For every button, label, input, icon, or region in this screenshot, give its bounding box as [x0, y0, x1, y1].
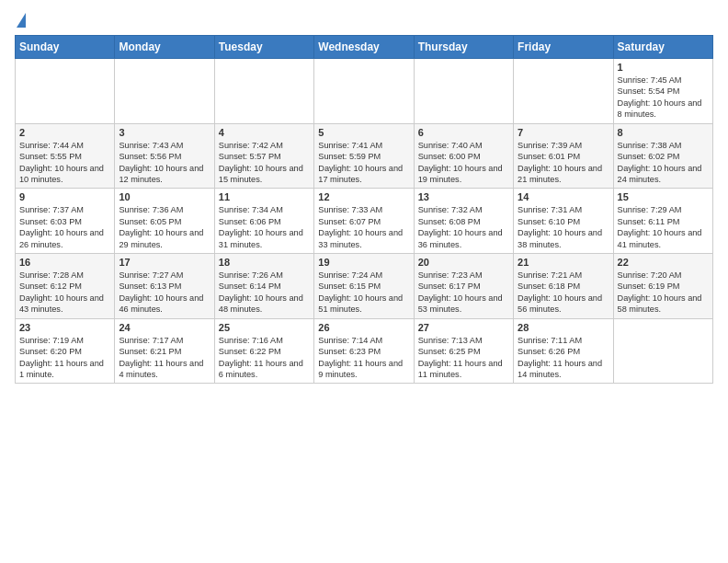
calendar-cell: 3Sunrise: 7:43 AM Sunset: 5:56 PM Daylig…	[115, 123, 214, 189]
day-info: Sunrise: 7:36 AM Sunset: 6:05 PM Dayligh…	[119, 204, 210, 250]
col-header-wednesday: Wednesday	[314, 36, 414, 59]
day-number: 4	[219, 127, 310, 138]
day-number: 25	[219, 322, 310, 333]
calendar-cell: 10Sunrise: 7:36 AM Sunset: 6:05 PM Dayli…	[115, 189, 214, 254]
day-number: 18	[219, 257, 310, 268]
col-header-saturday: Saturday	[613, 36, 712, 59]
calendar-cell	[613, 318, 712, 384]
day-number: 23	[19, 322, 110, 333]
calendar-cell	[115, 59, 214, 124]
week-row-3: 9Sunrise: 7:37 AM Sunset: 6:03 PM Daylig…	[16, 189, 713, 254]
day-info: Sunrise: 7:20 AM Sunset: 6:19 PM Dayligh…	[618, 270, 709, 316]
day-number: 11	[219, 191, 310, 202]
calendar-cell	[514, 59, 613, 124]
week-row-2: 2Sunrise: 7:44 AM Sunset: 5:55 PM Daylig…	[16, 123, 713, 189]
calendar-cell: 28Sunrise: 7:11 AM Sunset: 6:26 PM Dayli…	[514, 318, 613, 384]
day-number: 26	[318, 322, 409, 333]
week-row-4: 16Sunrise: 7:28 AM Sunset: 6:12 PM Dayli…	[16, 254, 713, 319]
calendar-cell: 20Sunrise: 7:23 AM Sunset: 6:17 PM Dayli…	[414, 254, 513, 319]
day-number: 14	[518, 191, 609, 202]
day-info: Sunrise: 7:29 AM Sunset: 6:11 PM Dayligh…	[618, 204, 709, 250]
calendar-cell: 19Sunrise: 7:24 AM Sunset: 6:15 PM Dayli…	[314, 254, 414, 319]
day-number: 7	[518, 127, 609, 138]
col-header-monday: Monday	[115, 36, 214, 59]
day-info: Sunrise: 7:45 AM Sunset: 5:54 PM Dayligh…	[618, 75, 709, 121]
calendar-cell: 22Sunrise: 7:20 AM Sunset: 6:19 PM Dayli…	[613, 254, 712, 319]
day-number: 19	[318, 257, 409, 268]
day-number: 8	[618, 127, 709, 138]
calendar-cell: 26Sunrise: 7:14 AM Sunset: 6:23 PM Dayli…	[314, 318, 414, 384]
day-info: Sunrise: 7:37 AM Sunset: 6:03 PM Dayligh…	[19, 204, 110, 250]
calendar-cell: 9Sunrise: 7:37 AM Sunset: 6:03 PM Daylig…	[16, 189, 115, 254]
day-info: Sunrise: 7:32 AM Sunset: 6:08 PM Dayligh…	[418, 204, 509, 250]
day-info: Sunrise: 7:41 AM Sunset: 5:59 PM Dayligh…	[318, 140, 409, 186]
calendar-cell: 11Sunrise: 7:34 AM Sunset: 6:06 PM Dayli…	[214, 189, 313, 254]
calendar-cell: 13Sunrise: 7:32 AM Sunset: 6:08 PM Dayli…	[414, 189, 513, 254]
calendar-cell: 6Sunrise: 7:40 AM Sunset: 6:00 PM Daylig…	[414, 123, 513, 189]
day-number: 3	[119, 127, 210, 138]
day-info: Sunrise: 7:33 AM Sunset: 6:07 PM Dayligh…	[318, 204, 409, 250]
day-info: Sunrise: 7:14 AM Sunset: 6:23 PM Dayligh…	[318, 335, 409, 381]
week-row-1: 1Sunrise: 7:45 AM Sunset: 5:54 PM Daylig…	[16, 59, 713, 124]
logo-triangle-icon	[17, 13, 26, 28]
day-info: Sunrise: 7:16 AM Sunset: 6:22 PM Dayligh…	[219, 335, 310, 381]
day-info: Sunrise: 7:21 AM Sunset: 6:18 PM Dayligh…	[518, 270, 609, 316]
calendar-cell: 14Sunrise: 7:31 AM Sunset: 6:10 PM Dayli…	[514, 189, 613, 254]
day-info: Sunrise: 7:13 AM Sunset: 6:25 PM Dayligh…	[418, 335, 509, 381]
calendar-cell: 12Sunrise: 7:33 AM Sunset: 6:07 PM Dayli…	[314, 189, 414, 254]
day-number: 24	[119, 322, 210, 333]
day-info: Sunrise: 7:11 AM Sunset: 6:26 PM Dayligh…	[518, 335, 609, 381]
day-number: 17	[119, 257, 210, 268]
day-info: Sunrise: 7:24 AM Sunset: 6:15 PM Dayligh…	[318, 270, 409, 316]
day-info: Sunrise: 7:43 AM Sunset: 5:56 PM Dayligh…	[119, 140, 210, 186]
day-number: 15	[618, 191, 709, 202]
col-header-thursday: Thursday	[414, 36, 513, 59]
day-info: Sunrise: 7:28 AM Sunset: 6:12 PM Dayligh…	[19, 270, 110, 316]
col-header-tuesday: Tuesday	[214, 36, 313, 59]
day-number: 12	[318, 191, 409, 202]
calendar-cell: 17Sunrise: 7:27 AM Sunset: 6:13 PM Dayli…	[115, 254, 214, 319]
day-info: Sunrise: 7:39 AM Sunset: 6:01 PM Dayligh…	[518, 140, 609, 186]
day-info: Sunrise: 7:40 AM Sunset: 6:00 PM Dayligh…	[418, 140, 509, 186]
calendar-cell: 8Sunrise: 7:38 AM Sunset: 6:02 PM Daylig…	[613, 123, 712, 189]
day-info: Sunrise: 7:23 AM Sunset: 6:17 PM Dayligh…	[418, 270, 509, 316]
day-number: 13	[418, 191, 509, 202]
day-number: 10	[119, 191, 210, 202]
day-number: 20	[418, 257, 509, 268]
day-number: 16	[19, 257, 110, 268]
calendar-cell: 7Sunrise: 7:39 AM Sunset: 6:01 PM Daylig…	[514, 123, 613, 189]
day-info: Sunrise: 7:34 AM Sunset: 6:06 PM Dayligh…	[219, 204, 310, 250]
calendar-cell: 24Sunrise: 7:17 AM Sunset: 6:21 PM Dayli…	[115, 318, 214, 384]
day-info: Sunrise: 7:17 AM Sunset: 6:21 PM Dayligh…	[119, 335, 210, 381]
calendar-cell	[214, 59, 313, 124]
calendar-cell: 25Sunrise: 7:16 AM Sunset: 6:22 PM Dayli…	[214, 318, 313, 384]
calendar-cell: 4Sunrise: 7:42 AM Sunset: 5:57 PM Daylig…	[214, 123, 313, 189]
day-number: 5	[318, 127, 409, 138]
day-info: Sunrise: 7:31 AM Sunset: 6:10 PM Dayligh…	[518, 204, 609, 250]
calendar-cell: 5Sunrise: 7:41 AM Sunset: 5:59 PM Daylig…	[314, 123, 414, 189]
day-info: Sunrise: 7:42 AM Sunset: 5:57 PM Dayligh…	[219, 140, 310, 186]
calendar-cell: 23Sunrise: 7:19 AM Sunset: 6:20 PM Dayli…	[16, 318, 115, 384]
calendar-header-row: SundayMondayTuesdayWednesdayThursdayFrid…	[16, 36, 713, 59]
day-number: 2	[19, 127, 110, 138]
week-row-5: 23Sunrise: 7:19 AM Sunset: 6:20 PM Dayli…	[16, 318, 713, 384]
col-header-friday: Friday	[514, 36, 613, 59]
day-info: Sunrise: 7:19 AM Sunset: 6:20 PM Dayligh…	[19, 335, 110, 381]
calendar-table: SundayMondayTuesdayWednesdayThursdayFrid…	[15, 35, 713, 384]
day-number: 9	[19, 191, 110, 202]
calendar-cell: 18Sunrise: 7:26 AM Sunset: 6:14 PM Dayli…	[214, 254, 313, 319]
calendar-cell	[16, 59, 115, 124]
logo	[15, 15, 26, 28]
col-header-sunday: Sunday	[16, 36, 115, 59]
calendar-cell: 1Sunrise: 7:45 AM Sunset: 5:54 PM Daylig…	[613, 59, 712, 124]
calendar-cell: 2Sunrise: 7:44 AM Sunset: 5:55 PM Daylig…	[16, 123, 115, 189]
calendar-cell: 27Sunrise: 7:13 AM Sunset: 6:25 PM Dayli…	[414, 318, 513, 384]
calendar-cell: 15Sunrise: 7:29 AM Sunset: 6:11 PM Dayli…	[613, 189, 712, 254]
header	[15, 15, 713, 28]
day-number: 21	[518, 257, 609, 268]
day-number: 6	[418, 127, 509, 138]
day-number: 27	[418, 322, 509, 333]
page: SundayMondayTuesdayWednesdayThursdayFrid…	[0, 0, 728, 393]
calendar-cell: 21Sunrise: 7:21 AM Sunset: 6:18 PM Dayli…	[514, 254, 613, 319]
day-number: 28	[518, 322, 609, 333]
